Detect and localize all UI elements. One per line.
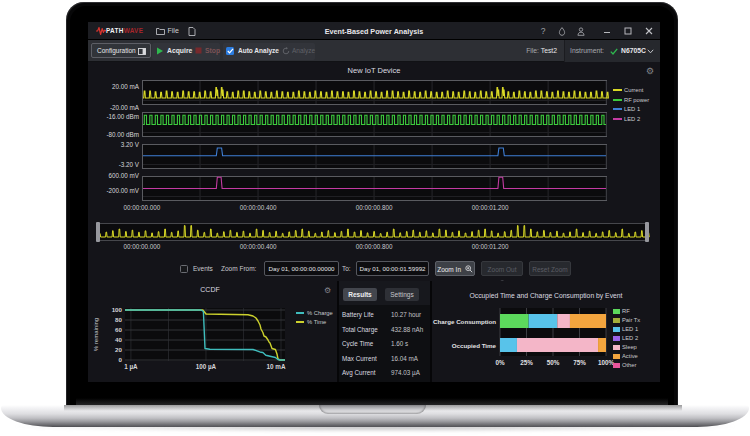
occupied-legend-item-active[interactable]: Active: [613, 352, 653, 360]
legend-label: RF power: [624, 96, 649, 104]
overview-left-handle[interactable]: [96, 222, 100, 242]
logo-path-text: PATH: [106, 27, 124, 34]
analyze-button[interactable]: Analyze: [292, 40, 315, 62]
reset-zoom-button[interactable]: Reset Zoom: [529, 261, 571, 276]
configuration-label: Configuration: [97, 47, 136, 54]
auto-analyze-label[interactable]: Auto Analyze: [238, 40, 279, 62]
result-label: Max Current: [342, 352, 377, 366]
help-button[interactable]: ?: [534, 22, 552, 40]
overview-frame: [98, 224, 648, 241]
legend-swatch: [613, 108, 622, 110]
minimize-button[interactable]: [598, 22, 616, 40]
close-button[interactable]: [640, 22, 658, 40]
y-axis-label: 3.20 V: [121, 141, 140, 148]
occupied-legend-item-pair-tx[interactable]: Pair Tx: [613, 316, 653, 324]
toolbar: Configuration Acquire Stop Auto Analyze: [88, 40, 660, 62]
result-value: 10.27 hour: [391, 308, 421, 322]
x-axis-label: 00:00:01.200: [472, 243, 509, 250]
y-axis-label: 60: [115, 326, 122, 333]
results-row: Avg Current974.03 µA: [339, 366, 430, 380]
file-value: Test2: [541, 40, 557, 62]
legend-item-rf-power[interactable]: RF power: [613, 96, 659, 104]
occupied-legend-item-led-1[interactable]: LED 1: [613, 325, 653, 333]
zoom-from-input[interactable]: Day 01, 00:00:00.00000: [264, 261, 339, 276]
occupied-legend-item-sleep[interactable]: Sleep: [613, 343, 653, 351]
y-axis-label: 80: [115, 316, 122, 323]
bar-segment-rf: [500, 314, 529, 328]
ccdf-legend-item-time[interactable]: % Time: [296, 318, 336, 326]
x-axis-label: 00:00:01.200: [472, 204, 509, 211]
y-axis-label: 100: [112, 306, 123, 313]
bar-segment-led-1: [529, 314, 558, 328]
occupied-legend-item-rf[interactable]: RF: [613, 307, 653, 315]
legend-label: LED 1: [624, 105, 640, 113]
legend-swatch: [613, 354, 620, 359]
x-axis-label: 00:00:00.400: [240, 204, 277, 211]
zoom-from-label: Zoom From:: [221, 261, 256, 277]
notifications-button[interactable]: [553, 22, 571, 40]
x-axis-label: 00:00:00.800: [356, 243, 393, 250]
y-axis-label: -3.20 V: [119, 161, 140, 168]
user-button[interactable]: [572, 22, 590, 40]
main-chart-plot[interactable]: 20.00 mA-20.00 mA-16.00 dBm-80.00 dBm3.2…: [88, 80, 660, 218]
legend-swatch: [613, 99, 622, 101]
x-axis-label: 1 µA: [124, 363, 138, 371]
chevron-down-icon: [647, 49, 654, 54]
zoom-in-button[interactable]: Zoom In: [435, 261, 475, 276]
overview-strip[interactable]: 00:00:00.00000:00:00.40000:00:00.80000:0…: [88, 218, 660, 254]
stop-button[interactable]: Stop: [205, 40, 220, 62]
legend-label: Current: [624, 86, 643, 94]
file-menu[interactable]: File: [156, 22, 182, 40]
zoom-to-input[interactable]: Day 01, 00:00:01.59992: [356, 261, 429, 276]
bar-segment-led-1: [500, 338, 517, 352]
results-row: Max Current16.04 mA: [339, 352, 430, 366]
acquire-button[interactable]: Acquire: [167, 40, 192, 62]
y-axis-label: 40: [115, 336, 122, 343]
bell-icon: [558, 27, 566, 36]
ccdf-legend-item-charge[interactable]: % Charge: [296, 309, 336, 317]
tab-settings[interactable]: Settings: [385, 288, 419, 301]
zoom-out-button[interactable]: Zoom Out: [481, 261, 523, 276]
bar-segment-active: [570, 314, 606, 328]
legend-label: Other: [622, 361, 637, 369]
results-table: Battery Life10.27 hourTotal Charge432.88…: [339, 305, 430, 382]
result-label: Battery Life: [342, 308, 374, 322]
analyze-refresh-icon: [282, 47, 290, 55]
instrument-label: Instrument:: [570, 40, 604, 62]
x-axis-label: 00:00:00.800: [356, 204, 393, 211]
result-label: Avg Current: [342, 366, 375, 380]
tab-results[interactable]: Results: [343, 288, 377, 301]
legend-swatch: [613, 118, 622, 120]
logo-wave-text: WAVE: [124, 27, 144, 34]
legend-item-led-1[interactable]: LED 1: [613, 105, 659, 113]
x-axis-label: 10 mA: [267, 363, 286, 370]
check-icon: [227, 48, 234, 54]
events-checkbox[interactable]: [180, 265, 188, 273]
zoom-out-label: Zoom Out: [488, 266, 517, 273]
result-value: 16.04 mA: [391, 352, 418, 366]
legend-label: LED 2: [624, 115, 640, 123]
main-chart-gear-icon[interactable]: ⚙: [646, 67, 654, 76]
occupied-legend-item-led-2[interactable]: LED 2: [613, 334, 653, 342]
laptop-base: [1, 405, 749, 427]
legend-swatch: [613, 309, 620, 314]
legend-item-led-2[interactable]: LED 2: [613, 115, 659, 123]
new-document-button[interactable]: [188, 22, 200, 40]
occupied-legend-item-other[interactable]: Other: [613, 361, 653, 369]
help-icon: ?: [539, 26, 547, 36]
occupied-category-label: Charge Consumption: [432, 318, 496, 325]
overview-right-handle[interactable]: [645, 222, 649, 242]
zoom-in-label: Zoom In: [437, 266, 461, 273]
maximize-button[interactable]: [619, 22, 637, 40]
instrument-selector[interactable]: Instrument: N6705C: [564, 40, 660, 62]
bar-segment-sleep: [517, 338, 598, 352]
configuration-button[interactable]: Configuration: [91, 43, 151, 58]
auto-analyze-checkbox[interactable]: [226, 47, 234, 55]
events-label: Events: [193, 261, 213, 277]
result-label: Total Charge: [342, 323, 378, 337]
laptop-shadow: [16, 426, 734, 433]
x-axis-label: 00:00:00.000: [124, 204, 161, 211]
titlebar: PATHWAVE File Event-Based Power Analysis…: [88, 22, 660, 40]
legend-item-current[interactable]: Current: [613, 86, 659, 94]
legend-label: LED 1: [622, 325, 638, 333]
